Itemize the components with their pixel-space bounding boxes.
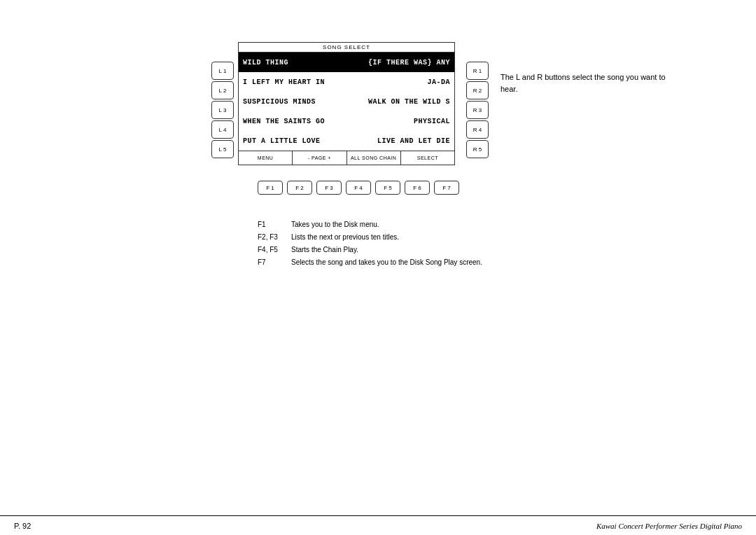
song-row-4[interactable]: WHEN THE SAINTS GOPHYSICAL — [239, 111, 454, 131]
left-button-4[interactable]: L 4 — [211, 120, 234, 139]
screen-area: SONG SELECT WILD THING{IF THERE WAS} ANY… — [238, 42, 532, 165]
note-row-3: F4, F5Starts the Chain Play. — [258, 244, 538, 256]
f-button-3[interactable]: F 3 — [316, 181, 342, 195]
f-button-6[interactable]: F 6 — [405, 181, 430, 195]
f-button-1[interactable]: F 1 — [258, 181, 283, 195]
f-button-4[interactable]: F 4 — [346, 181, 371, 195]
song-row-right-5: LIVE AND LET DIE — [346, 137, 454, 145]
song-row-left-1: WILD THING — [239, 59, 346, 67]
footer-brand: Kawai Concert Performer Series Digital P… — [596, 522, 742, 530]
left-button-1[interactable]: L 1 — [211, 62, 234, 80]
note-key-3: F4, F5 — [258, 244, 286, 256]
song-row-left-4: WHEN THE SAINTS GO — [239, 118, 346, 125]
note-value-4: Selects the song and takes you to the Di… — [291, 256, 482, 269]
f-button-2[interactable]: F 2 — [287, 181, 312, 195]
note-value-1: Takes you to the Disk menu. — [291, 218, 379, 231]
note-row-1: F1Takes you to the Disk menu. — [258, 218, 538, 231]
song-list: WILD THING{IF THERE WAS} ANYI LEFT MY HE… — [239, 53, 454, 151]
note-key-2: F2, F3 — [258, 231, 286, 244]
fn-bar-item-2[interactable]: - PAGE + — [293, 151, 346, 165]
f-button-7[interactable]: F 7 — [434, 181, 459, 195]
fn-bar-item-1[interactable]: MENU — [239, 151, 293, 165]
note-key-1: F1 — [258, 218, 286, 231]
song-row-right-2: JA-DA — [346, 78, 454, 86]
note-value-2: Lists the next or previous ten titles. — [291, 231, 399, 244]
song-row-left-2: I LEFT MY HEART IN — [239, 78, 346, 86]
song-row-left-5: PUT A LITTLE LOVE — [239, 137, 346, 145]
song-row-5[interactable]: PUT A LITTLE LOVELIVE AND LET DIE — [239, 131, 454, 151]
function-bar: MENU- PAGE +ALL SONG CHAINSELECT — [239, 151, 454, 165]
note-key-4: F7 — [258, 256, 286, 269]
footer-page-number: P. 92 — [14, 522, 31, 530]
notes-section: F1Takes you to the Disk menu.F2, F3Lists… — [258, 218, 538, 269]
song-row-left-3: SUSPICIOUS MINDS — [239, 98, 346, 106]
song-row-3[interactable]: SUSPICIOUS MINDSWALK ON THE WILD S — [239, 92, 454, 111]
left-button-group: L 1L 2L 3L 4L 5 — [211, 62, 234, 158]
fn-bar-item-3[interactable]: ALL SONG CHAIN — [347, 151, 401, 165]
description-text: The L and R buttons select the song you … — [500, 71, 682, 95]
left-button-5[interactable]: L 5 — [211, 140, 234, 158]
song-row-right-4: PHYSICAL — [346, 118, 454, 125]
note-row-4: F7Selects the song and takes you to the … — [258, 256, 538, 269]
song-row-right-3: WALK ON THE WILD S — [346, 98, 454, 106]
f-button-group: F 1F 2F 3F 4F 5F 6F 7 — [258, 181, 459, 195]
left-button-3[interactable]: L 3 — [211, 101, 234, 119]
f-button-5[interactable]: F 5 — [375, 181, 400, 195]
song-row-1[interactable]: WILD THING{IF THERE WAS} ANY — [239, 53, 454, 72]
song-row-2[interactable]: I LEFT MY HEART INJA-DA — [239, 72, 454, 92]
fn-bar-item-4[interactable]: SELECT — [401, 151, 454, 165]
left-button-2[interactable]: L 2 — [211, 81, 234, 99]
page-footer: P. 92 Kawai Concert Performer Series Dig… — [0, 515, 756, 535]
display-screen: SONG SELECT WILD THING{IF THERE WAS} ANY… — [238, 42, 455, 165]
screen-title: SONG SELECT — [239, 43, 454, 53]
note-value-3: Starts the Chain Play. — [291, 244, 358, 256]
note-row-2: F2, F3Lists the next or previous ten tit… — [258, 231, 538, 244]
song-row-right-1: {IF THERE WAS} ANY — [346, 59, 454, 67]
